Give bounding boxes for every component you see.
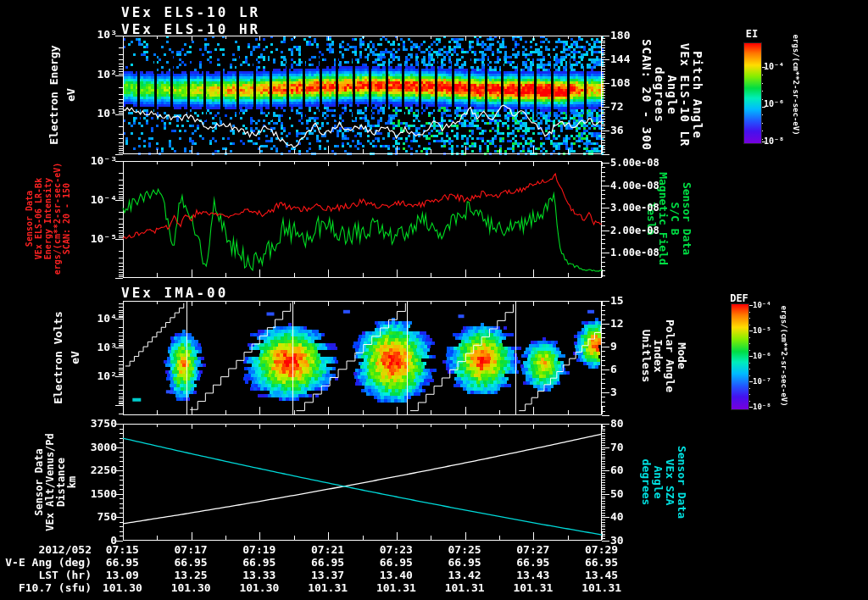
colorbar-def bbox=[731, 303, 749, 410]
rlabel-line: Sensor Data bbox=[681, 158, 693, 281]
tick-label: 3000 bbox=[91, 442, 117, 453]
rlabel-line: degrees bbox=[653, 31, 665, 158]
tick-label: 10⁻⁵ bbox=[91, 233, 117, 245]
value-cell: 13.09 bbox=[88, 569, 157, 581]
value-cell: 101.31 bbox=[567, 582, 636, 594]
rlabel-line: VEx SZA bbox=[664, 419, 676, 546]
value-cell: 13.42 bbox=[431, 569, 499, 581]
tick-label: 10⁻⁴ bbox=[753, 299, 771, 311]
tick-label: 40 bbox=[610, 511, 624, 523]
panel3-rticks: 1512963 bbox=[610, 295, 644, 398]
row-values-f107: 101.30101.30101.30101.31101.31101.31101.… bbox=[88, 582, 636, 594]
tick-label: 108 bbox=[610, 77, 630, 89]
llabel-line: Energy Intensity bbox=[43, 156, 53, 281]
llabel-line: ergs/(cm**2-sr-sec-eV) bbox=[53, 156, 62, 281]
value-cell: 13.43 bbox=[499, 569, 568, 581]
tick-label: 10⁻⁸ bbox=[764, 136, 784, 147]
tick-label: 50 bbox=[610, 488, 624, 500]
ylabel-line: Electron Volts bbox=[50, 297, 67, 419]
tick-label: 10² bbox=[97, 370, 117, 382]
rlabel-line: Pitch Angle bbox=[691, 31, 704, 158]
value-cell: 13.40 bbox=[362, 569, 431, 581]
rlabel-line: Mode bbox=[676, 297, 687, 415]
rlabel-line: Polar Angle bbox=[664, 297, 676, 415]
tick-label: 2250 bbox=[91, 464, 117, 476]
tick-label: 10⁻⁶ bbox=[753, 350, 771, 362]
panel3-right-label: ModePolar AngleIndexUnitless bbox=[640, 297, 687, 415]
colorbar-ei-ticks: 10⁻⁴10⁻⁶10⁻⁸ bbox=[764, 61, 794, 147]
tick-label: 10³ bbox=[97, 29, 117, 41]
row-values-lst: 13.0913.2513.3313.3713.4013.4213.4313.45 bbox=[88, 569, 636, 581]
rlabel-line: Sensor Data bbox=[676, 419, 687, 546]
tick-label: 10⁻⁵ bbox=[753, 325, 771, 336]
llabel-line: SCAN: 20 - 150 bbox=[62, 156, 71, 281]
date-label: 2012/052 bbox=[0, 544, 92, 556]
time-label: 07:15 bbox=[88, 544, 157, 556]
tick-label: 9 bbox=[610, 341, 617, 353]
tick-label: 750 bbox=[97, 511, 117, 523]
llabel-line: VEx ELS-06 LR-Bk bbox=[34, 156, 43, 281]
value-cell: 66.95 bbox=[499, 557, 568, 569]
tick-label: 70 bbox=[610, 442, 624, 453]
value-cell: 66.95 bbox=[88, 557, 157, 569]
value-cell: 101.30 bbox=[157, 582, 225, 594]
time-label: 07:25 bbox=[431, 544, 499, 556]
panel2-yticks: 10⁻³10⁻⁴10⁻⁵ bbox=[80, 155, 117, 245]
panel2-left-label: Sensor DataVEx ELS-06 LR-BkEnergy Intens… bbox=[25, 156, 71, 281]
time-label: 07:23 bbox=[362, 544, 431, 556]
time-label: 07:21 bbox=[293, 544, 362, 556]
row-values-ve-ang: 66.9566.9566.9566.9566.9566.9566.9566.95 bbox=[88, 557, 636, 569]
time-tick-labels: 07:1507:1707:1907:2107:2307:2507:2707:29 bbox=[88, 544, 636, 556]
colorbar-ei bbox=[743, 42, 762, 144]
tick-label: 3.00e-08 bbox=[610, 202, 659, 214]
row-label-f107: F10.7 (sfu) bbox=[0, 582, 92, 594]
rlabel-line: S/C B bbox=[669, 158, 681, 281]
tick-label: 10⁻⁷ bbox=[753, 375, 771, 387]
plot-stage: VEx ELS-10 LR VEx ELS-10 HR VEx IMA-00 E… bbox=[0, 0, 868, 600]
colorbar-ei-title: EI bbox=[734, 28, 770, 40]
panel4-left-label: Sensor DataVEx Alt/Venus/PdDistancekm bbox=[34, 419, 78, 546]
tick-label: 72 bbox=[610, 101, 624, 113]
rlabel-line: VEx ELS-10 LR bbox=[678, 31, 691, 158]
tick-label: 12 bbox=[610, 318, 624, 330]
llabel-line: Sensor Data bbox=[25, 156, 34, 281]
value-cell: 66.95 bbox=[293, 557, 362, 569]
colorbar-def-title: DEF bbox=[721, 292, 757, 304]
value-cell: 13.33 bbox=[225, 569, 294, 581]
panel1-yticks: 10³10²10¹ bbox=[80, 29, 117, 119]
tick-label: 10⁻⁴ bbox=[764, 61, 784, 73]
panel4-right-label: Sensor DataVEx SZAAngledegrees bbox=[640, 419, 687, 546]
tick-label: 10⁻⁴ bbox=[91, 194, 117, 206]
panel1-right-label: Pitch AngleVEx ELS-10 LRAngledegreesSCAN… bbox=[640, 31, 704, 158]
tick-label: 6 bbox=[610, 364, 617, 375]
value-cell: 66.95 bbox=[431, 557, 499, 569]
time-label: 07:27 bbox=[499, 544, 568, 556]
value-cell: 66.95 bbox=[567, 557, 636, 569]
panel1-rticks: 1801441087236 bbox=[610, 30, 644, 136]
panel3-ylabel: Electron VoltseV bbox=[50, 297, 84, 419]
row-label-ve-ang: V-E Ang (deg) bbox=[0, 557, 92, 569]
tick-label: 10⁴ bbox=[97, 313, 117, 325]
value-cell: 66.95 bbox=[225, 557, 294, 569]
tick-label: 10⁻³ bbox=[91, 155, 117, 167]
tick-label: 180 bbox=[610, 30, 630, 42]
value-cell: 13.25 bbox=[157, 569, 225, 581]
value-cell: 101.31 bbox=[293, 582, 362, 594]
tick-label: 2.00e-08 bbox=[610, 225, 659, 236]
llabel-line: km bbox=[67, 419, 78, 546]
time-label: 07:17 bbox=[157, 544, 225, 556]
time-label: 07:19 bbox=[225, 544, 294, 556]
tick-label: 10⁻⁶ bbox=[764, 98, 784, 110]
value-cell: 101.31 bbox=[499, 582, 568, 594]
panel1-title-lr: VEx ELS-10 LR bbox=[121, 4, 260, 20]
value-cell: 101.31 bbox=[431, 582, 499, 594]
tick-label: 10² bbox=[97, 69, 117, 81]
tick-label: 3 bbox=[610, 386, 617, 398]
tick-label: 10⁻⁸ bbox=[753, 401, 771, 413]
tick-label: 15 bbox=[610, 295, 624, 307]
panel1-ylabel: Electron EnergyeV bbox=[46, 31, 80, 158]
panel3-title: VEx IMA-00 bbox=[121, 285, 228, 301]
time-label: 07:29 bbox=[567, 544, 636, 556]
value-cell: 66.95 bbox=[157, 557, 225, 569]
rlabel-line: Angle bbox=[665, 31, 678, 158]
